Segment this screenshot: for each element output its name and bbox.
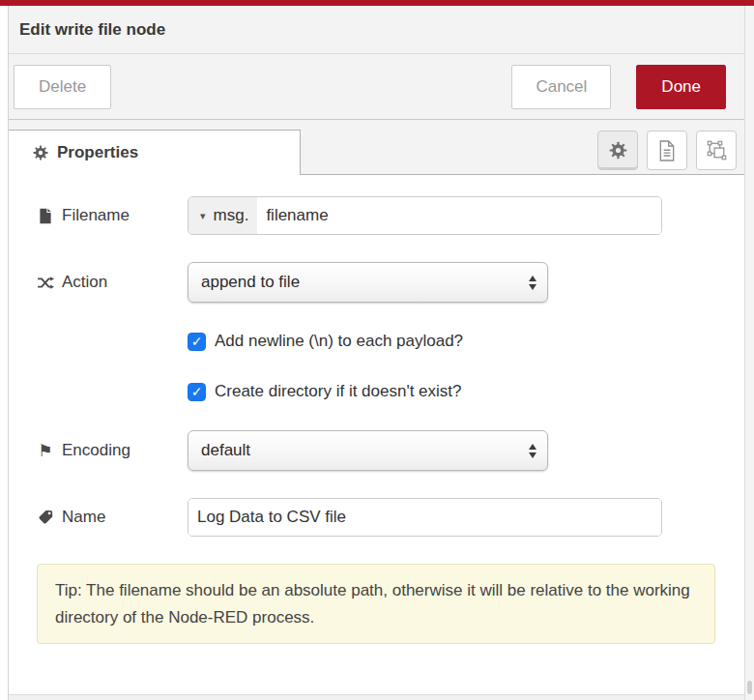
mkdir-checkbox-row: ✓ Create directory if it doesn't exist?: [188, 380, 744, 403]
cancel-button[interactable]: Cancel: [511, 65, 611, 109]
filename-input[interactable]: [257, 197, 661, 234]
filename-typed-input: ▾ msg.: [188, 196, 662, 235]
filename-row: Filename ▾ msg.: [37, 196, 744, 235]
document-icon: [657, 139, 677, 162]
encoding-row: ⚑ Encoding default: [37, 430, 744, 471]
appearance-tab-button[interactable]: [696, 131, 737, 170]
shuffle-icon: [37, 276, 54, 290]
form-tip: Tip: The filename should be an absolute …: [37, 564, 715, 644]
done-button[interactable]: Done: [636, 65, 726, 109]
name-input[interactable]: [188, 499, 661, 536]
newline-checkbox-label: Add newline (\n) to each payload?: [215, 332, 463, 351]
name-row: Name: [37, 498, 744, 537]
encoding-select[interactable]: default: [188, 430, 548, 471]
mkdir-checkbox[interactable]: ✓: [188, 383, 206, 401]
properties-tab-button[interactable]: [597, 131, 638, 170]
horizontal-scrollbar[interactable]: [9, 694, 744, 700]
select-spinner-icon: [529, 444, 536, 458]
action-select[interactable]: append to file: [188, 262, 548, 303]
vertical-scrollbar-thumb[interactable]: [747, 681, 752, 694]
flag-icon: ⚑: [37, 441, 54, 461]
dialog-header: Edit write file node: [9, 6, 744, 54]
gear-icon: [609, 141, 627, 160]
newline-checkbox-row: ✓ Add newline (\n) to each payload?: [188, 330, 744, 353]
action-row: Action append to file: [37, 262, 744, 303]
dialog-action-bar: Delete Cancel Done: [9, 54, 744, 120]
name-label: Name: [37, 508, 188, 527]
tag-icon: [37, 510, 54, 525]
filename-type-label: msg.: [214, 206, 249, 225]
file-icon: [37, 208, 54, 224]
select-spinner-icon: [529, 276, 536, 290]
newline-checkbox[interactable]: ✓: [188, 333, 206, 351]
mkdir-checkbox-label: Create directory if it doesn't exist?: [215, 382, 462, 401]
editor-tab-bar: Properties: [9, 120, 744, 175]
delete-button[interactable]: Delete: [14, 65, 111, 109]
vertical-scrollbar[interactable]: [744, 6, 754, 700]
tab-properties[interactable]: Properties: [8, 130, 301, 175]
encoding-label: ⚑ Encoding: [37, 441, 188, 461]
description-tab-button[interactable]: [647, 131, 687, 170]
tray-left-border: [8, 6, 9, 700]
dialog-title: Edit write file node: [19, 20, 165, 40]
chevron-down-icon: ▾: [200, 210, 206, 222]
appearance-icon: [707, 140, 727, 160]
filename-label: Filename: [37, 206, 188, 225]
action-select-value: append to file: [201, 273, 300, 292]
filename-type-select[interactable]: ▾ msg.: [188, 197, 257, 234]
name-input-wrap: [188, 498, 662, 537]
properties-form: Filename ▾ msg.: [9, 175, 744, 694]
encoding-select-value: default: [201, 441, 250, 460]
tab-icon-buttons: [597, 131, 737, 170]
action-label: Action: [37, 273, 188, 292]
tab-properties-label: Properties: [57, 143, 138, 162]
gear-icon: [33, 145, 48, 160]
edit-write-file-node-dialog: Edit write file node Delete Cancel Done: [0, 0, 754, 700]
